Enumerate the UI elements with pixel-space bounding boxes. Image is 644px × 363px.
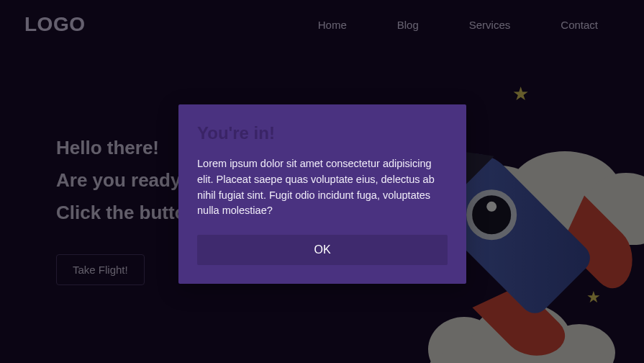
modal-title: You're in!	[197, 123, 448, 143]
modal-body-text: Lorem ipsum dolor sit amet consectetur a…	[197, 156, 448, 219]
confirmation-modal: You're in! Lorem ipsum dolor sit amet co…	[178, 104, 466, 284]
ok-button[interactable]: OK	[197, 235, 448, 265]
